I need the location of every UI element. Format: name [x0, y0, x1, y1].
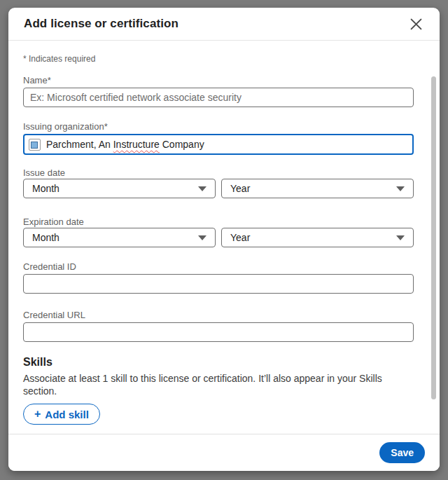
expiration-date-row: Month Year — [23, 228, 414, 247]
expiration-year-select[interactable]: Year — [221, 228, 414, 247]
skills-description: Associate at least 1 skill to this licen… — [23, 372, 414, 397]
modal-title: Add license or certification — [24, 17, 178, 31]
chevron-down-icon — [198, 186, 206, 191]
issue-year-select[interactable]: Year — [221, 179, 414, 198]
expiration-year-value: Year — [230, 232, 250, 243]
modal-header: Add license or certification — [8, 8, 440, 41]
org-value-misspelled: Instructure — [113, 139, 160, 150]
required-note: * Indicates required — [23, 54, 414, 64]
close-button[interactable] — [406, 14, 426, 34]
chevron-down-icon — [396, 235, 405, 240]
skills-heading: Skills — [23, 355, 414, 369]
name-label: Name* — [23, 75, 414, 86]
issue-month-value: Month — [32, 183, 59, 194]
expiration-date-label: Expiration date — [23, 217, 414, 228]
chevron-down-icon — [396, 186, 405, 191]
add-skill-button[interactable]: + Add skill — [23, 404, 100, 425]
name-input[interactable] — [23, 88, 414, 107]
credential-id-label: Credential ID — [23, 261, 414, 273]
credential-id-input[interactable] — [23, 274, 414, 294]
add-license-modal: Add license or certification * Indicates… — [8, 8, 440, 471]
issue-date-label: Issue date — [23, 167, 414, 179]
expiration-month-select[interactable]: Month — [23, 228, 216, 247]
issue-month-select[interactable]: Month — [23, 179, 216, 198]
plus-icon: + — [34, 409, 41, 420]
issuing-organization-label: Issuing organization* — [23, 121, 414, 132]
org-value-suffix: Company — [160, 139, 204, 150]
issue-date-row: Month Year — [23, 179, 414, 198]
organization-logo-icon — [29, 139, 41, 151]
org-value-prefix: Parchment, An — [46, 139, 113, 150]
credential-url-label: Credential URL — [23, 310, 414, 321]
expiration-month-value: Month — [32, 232, 59, 243]
issuing-organization-input[interactable]: Parchment, An Instructure Company — [23, 134, 414, 155]
save-button[interactable]: Save — [379, 442, 425, 463]
modal-footer: Save — [8, 434, 440, 471]
close-icon — [410, 18, 422, 30]
issue-year-value: Year — [230, 183, 250, 194]
chevron-down-icon — [198, 235, 206, 240]
issuing-organization-value: Parchment, An Instructure Company — [46, 139, 204, 150]
credential-url-input[interactable] — [23, 322, 414, 342]
add-skill-label: Add skill — [45, 409, 89, 420]
scrollbar-thumb[interactable] — [431, 76, 436, 399]
modal-body: * Indicates required Name* Issuing organ… — [8, 41, 440, 434]
